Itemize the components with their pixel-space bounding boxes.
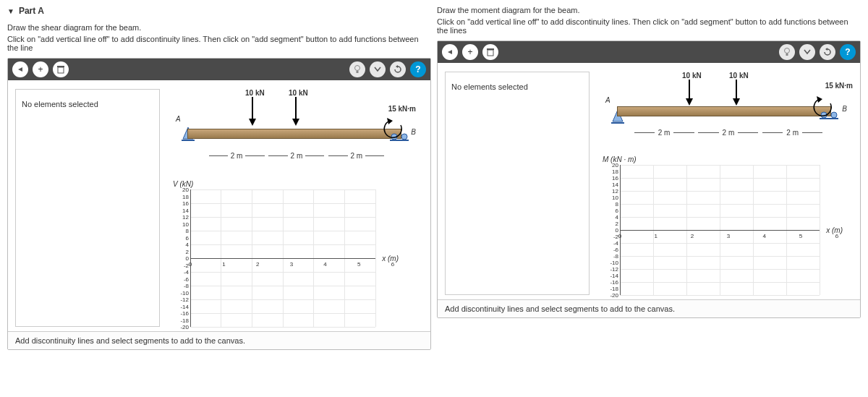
shear-instruct: Click on "add vertical line off" to add … [7,35,431,52]
dim-3: 2 m [786,129,799,137]
delete-button[interactable] [53,61,69,77]
dim-3: 2 m [351,152,363,160]
support-b-label: B [411,128,416,136]
help-button[interactable]: ? [410,61,426,77]
beam-figure: 10 kN 10 kN 15 kN·m A B [166,89,423,176]
svg-rect-11 [487,48,494,50]
x-axis-label: x (m) [382,255,399,262]
selection-status: No elements selected [15,89,160,327]
svg-rect-0 [58,67,64,73]
shear-plot-title: V (kN) [173,180,423,188]
moment-instruct: Click on "add vertical line off" to add … [437,17,861,35]
moment-arrow-icon [812,96,834,118]
shear-panel: + ? No elements selected 10 kN [7,58,431,350]
moment-status: Add discontinuity lines and select segme… [438,299,860,317]
shear-plot[interactable]: V (kN) 20 18 16 14 12 10 [173,180,423,327]
moment-plot[interactable]: M (kN · m) 20 18 16 14 12 [603,155,853,295]
reset-button[interactable] [820,44,835,60]
hint-button[interactable] [349,61,365,77]
moment-toolbar: + ? [438,41,860,63]
moment-panel: + ? No elements selected 10 kN [437,40,861,318]
moment-label: 15 kN·m [825,82,853,90]
load-2-arrow-icon [731,80,741,106]
svg-point-2 [355,66,360,71]
svg-rect-10 [488,50,493,56]
moment-arrow-icon [383,118,404,140]
load-1-label: 10 kN [682,72,697,80]
shear-toolbar: + ? [8,59,430,80]
undo-button[interactable] [442,44,458,60]
moment-label: 15 kN·m [388,105,416,113]
svg-point-12 [785,48,790,54]
svg-rect-1 [57,66,64,67]
load-2-label: 10 kN [729,72,744,80]
beam-figure: 10 kN 10 kN 15 kN·m A B [595,72,853,151]
support-a-label: A [176,115,181,123]
hint-button[interactable] [779,44,795,60]
beam-body [187,129,401,139]
shear-subtitle: Draw the shear diagram for the beam. [7,23,431,32]
dropdown-button[interactable] [799,44,815,60]
add-button[interactable]: + [33,61,48,77]
shear-status: Add discontinuity lines and select segme… [8,331,430,349]
moment-subtitle: Draw the moment diagram for the beam. [437,6,861,14]
collapse-caret-icon[interactable]: ▼ [7,7,14,15]
delete-button[interactable] [482,44,498,60]
dim-1: 2 m [231,152,243,160]
selection-status: No elements selected [445,72,590,295]
moment-plot-title: M (kN · m) [603,155,853,163]
dropdown-button[interactable] [370,61,386,77]
help-button[interactable]: ? [840,44,856,60]
dim-2: 2 m [723,129,735,137]
load-2-arrow-icon [291,97,301,126]
load-1-arrow-icon [247,97,258,126]
reset-button[interactable] [390,61,406,77]
dim-1: 2 m [658,129,671,137]
svg-rect-3 [357,71,359,73]
x-axis-label: x (m) [826,226,843,234]
undo-button[interactable] [12,61,28,77]
load-2-label: 10 kN [289,89,303,97]
svg-rect-13 [786,54,788,56]
load-1-label: 10 kN [245,89,260,97]
support-b-label: B [842,105,847,113]
part-header[interactable]: ▼ Part A [7,6,431,16]
part-label: Part A [19,6,44,16]
beam-body [617,106,831,116]
load-1-arrow-icon [684,80,694,106]
add-button[interactable]: + [462,44,478,60]
dim-2: 2 m [291,152,303,160]
support-a-label: A [605,96,610,104]
